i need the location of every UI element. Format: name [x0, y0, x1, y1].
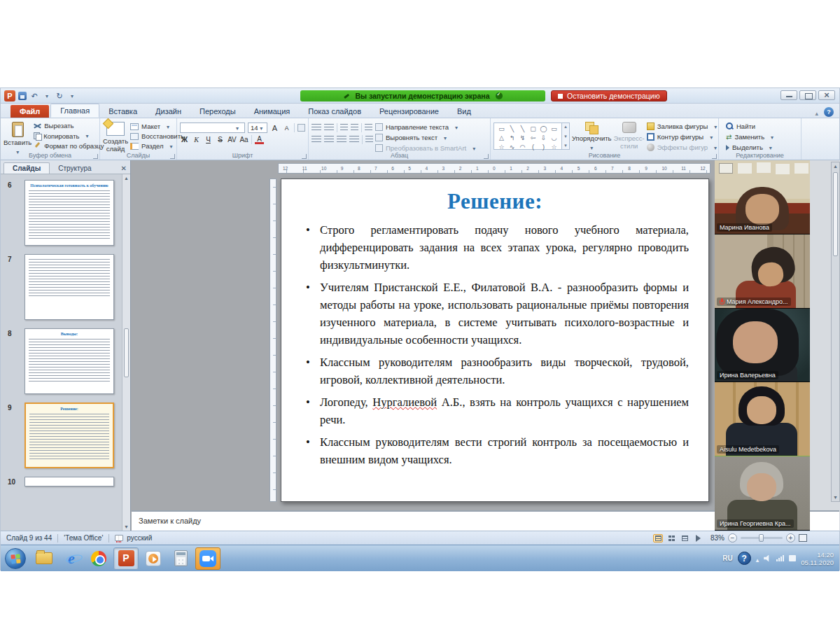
slide-thumbnail-6[interactable]: 6Психологическая готовность к обучению: [24, 180, 119, 246]
shape-icon[interactable]: ↰: [507, 134, 517, 143]
collapse-ribbon-icon[interactable]: [815, 106, 818, 118]
shape-icon[interactable]: ▭: [549, 125, 559, 134]
shape-icon[interactable]: (: [528, 143, 538, 152]
zoom-out-button[interactable]: −: [728, 533, 737, 542]
shape-icon[interactable]: ☆: [496, 143, 507, 152]
thumbnail-slide[interactable]: Решение:: [24, 402, 114, 468]
select-button[interactable]: Выделить: [726, 143, 798, 152]
shape-icon[interactable]: ◯: [538, 125, 549, 134]
scroll-down-icon[interactable]: ▾: [562, 134, 569, 139]
zoom-slider[interactable]: [741, 537, 783, 539]
annotate-icon[interactable]: [343, 93, 349, 99]
tab-outline-panel[interactable]: Структура: [50, 163, 99, 174]
quick-styles-button[interactable]: Экспресс-стили: [614, 120, 645, 150]
cut-button[interactable]: Вырезать: [34, 122, 104, 130]
italic-button[interactable]: К: [192, 136, 201, 144]
minimize-button[interactable]: [780, 90, 797, 100]
shape-icon[interactable]: ∿: [507, 143, 517, 152]
taskbar-explorer-button[interactable]: [31, 547, 57, 570]
clear-formatting-icon[interactable]: [298, 124, 305, 132]
shape-effects-button[interactable]: Эффекты фигур: [647, 143, 721, 152]
shapes-gallery-scrollbar[interactable]: ▴▾▾: [562, 122, 570, 150]
slides-dialog-launcher[interactable]: [170, 154, 175, 159]
paste-button[interactable]: Вставить: [4, 120, 31, 150]
new-slide-button[interactable]: Создать слайд: [103, 120, 128, 150]
participant-tile[interactable]: Ирина Георгиевна Кра...: [715, 456, 810, 531]
shape-icon[interactable]: ↯: [517, 134, 528, 143]
thumbnail-slide[interactable]: Психологическая готовность к обучению: [24, 180, 114, 246]
shape-icon[interactable]: ): [538, 143, 549, 152]
tab-Главная[interactable]: Главная: [50, 104, 99, 118]
section-button[interactable]: Раздел: [130, 141, 184, 150]
slide-canvas[interactable]: Решение: Строго регламентировать подачу …: [281, 178, 709, 502]
zoom-in-button[interactable]: +: [786, 533, 795, 542]
scroll-up-icon[interactable]: ▲: [832, 164, 839, 169]
align-center-icon[interactable]: [324, 136, 334, 144]
shape-icon[interactable]: ╲: [507, 125, 517, 134]
shape-icon[interactable]: ╲: [517, 125, 528, 134]
slide-thumbnail-8[interactable]: 8Выводы:: [24, 328, 119, 394]
taskbar-chrome-button[interactable]: [86, 547, 111, 570]
char-spacing-button[interactable]: AV: [227, 136, 237, 144]
arrange-button[interactable]: Упорядочить: [572, 120, 612, 150]
align-text-button[interactable]: Выровнять текст: [375, 133, 479, 142]
layout-button[interactable]: Макет: [130, 122, 184, 131]
shape-icon[interactable]: ▭: [496, 125, 507, 134]
taskbar-calculator-button[interactable]: [168, 547, 193, 570]
clipboard-dialog-launcher[interactable]: [93, 154, 98, 159]
clock[interactable]: 14:20 05.11.2020: [801, 551, 834, 566]
restore-button[interactable]: [799, 90, 816, 100]
slide-thumbnail-10[interactable]: 10: [24, 477, 119, 486]
qat-customize-icon[interactable]: [67, 90, 77, 102]
undo-icon[interactable]: [29, 91, 39, 101]
text-direction-button[interactable]: Направление текста: [375, 122, 479, 132]
scrollbar-thumb[interactable]: [124, 328, 129, 377]
justify-icon[interactable]: [349, 136, 359, 144]
hidden-icons-arrow[interactable]: [756, 552, 760, 565]
sidebar-scrollbar[interactable]: ▲ ▼: [122, 174, 130, 531]
taskbar-powerpoint-button[interactable]: [113, 547, 139, 570]
thumbnail-slide[interactable]: [24, 254, 114, 320]
tab-Показ слайдов[interactable]: Показ слайдов: [299, 105, 370, 118]
visibility-icon[interactable]: [496, 92, 503, 99]
action-center-icon[interactable]: [789, 555, 796, 561]
shrink-font-button[interactable]: A: [282, 125, 291, 132]
powerpoint-app-icon[interactable]: [4, 90, 15, 102]
undo-dropdown-icon[interactable]: [42, 90, 52, 102]
participant-tile[interactable]: Ирина Валерьевна: [715, 309, 810, 383]
change-case-button[interactable]: Aa: [239, 136, 248, 144]
scrollbar-thumb[interactable]: [833, 172, 838, 256]
tab-Анимация[interactable]: Анимация: [245, 105, 300, 118]
volume-icon[interactable]: [764, 555, 771, 562]
strikethrough-button[interactable]: S: [216, 136, 225, 144]
help-bubble-icon[interactable]: [738, 552, 751, 565]
taskbar-media-player-button[interactable]: [141, 547, 166, 570]
slide-sorter-view-button[interactable]: [666, 534, 676, 542]
align-right-icon[interactable]: [337, 136, 346, 144]
close-button[interactable]: [818, 90, 835, 100]
replace-button[interactable]: Заменить: [726, 132, 798, 141]
save-icon[interactable]: [18, 92, 27, 100]
redo-icon[interactable]: [55, 91, 64, 101]
close-sidebar-icon[interactable]: [121, 164, 127, 174]
tab-Дизайн[interactable]: Дизайн: [146, 105, 190, 118]
gallery-more-icon[interactable]: ▾: [562, 143, 569, 148]
columns-icon[interactable]: [365, 136, 373, 144]
shape-outline-button[interactable]: Контур фигуры: [647, 132, 721, 141]
slideshow-view-button[interactable]: [693, 534, 703, 542]
tab-Рецензирование[interactable]: Рецензирование: [370, 105, 448, 118]
fit-to-window-icon[interactable]: [799, 534, 807, 542]
shape-fill-button[interactable]: Заливка фигуры: [647, 122, 721, 131]
align-left-icon[interactable]: [312, 136, 321, 144]
reading-view-button[interactable]: [680, 534, 690, 542]
font-dialog-launcher[interactable]: [302, 154, 307, 159]
slide-thumbnail-7[interactable]: 7: [24, 254, 119, 320]
shape-icon[interactable]: ◡: [549, 134, 559, 143]
grow-font-button[interactable]: A: [270, 124, 279, 132]
line-spacing-icon[interactable]: [365, 124, 372, 132]
network-icon[interactable]: [776, 555, 784, 561]
find-button[interactable]: Найти: [726, 122, 798, 131]
scroll-down-icon[interactable]: ▼: [832, 495, 839, 500]
stop-sharing-button[interactable]: Остановить демонстрацию: [551, 90, 667, 102]
taskbar-zoom-button[interactable]: [195, 547, 220, 570]
